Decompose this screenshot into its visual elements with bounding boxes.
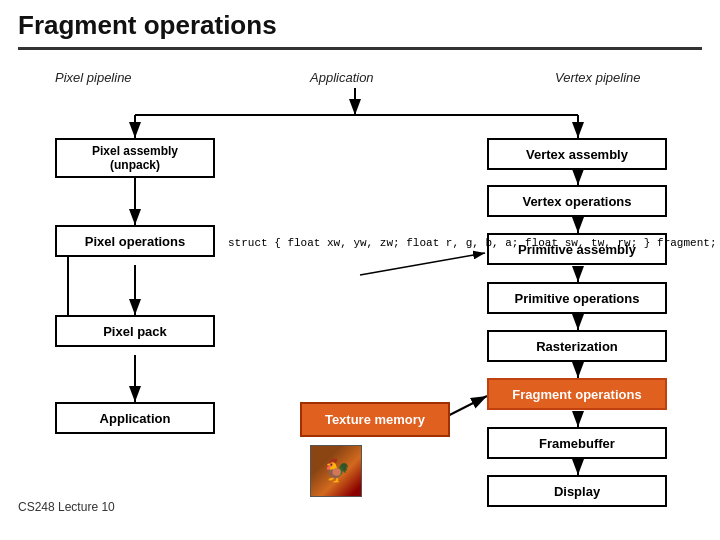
framebuffer-box: Framebuffer [487,427,667,459]
display-box: Display [487,475,667,507]
application-label: Application [310,70,374,85]
texture-memory-box: Texture memory [300,402,450,437]
vertex-pipeline-label: Vertex pipeline [555,70,641,85]
primitive-operations-box: Primitive operations [487,282,667,314]
page-title: Fragment operations [0,0,720,47]
rasterization-box: Rasterization [487,330,667,362]
pixel-assembly-box: Pixel assembly (unpack) [55,138,215,178]
diagram-area: Pixel pipeline Application Vertex pipeli… [0,60,720,520]
vertex-assembly-box: Vertex assembly [487,138,667,170]
code-block: struct { float xw, yw, zw; float r, g, b… [228,235,716,252]
fragment-operations-box: Fragment operations [487,378,667,410]
pixel-pipeline-label: Pixel pipeline [55,70,132,85]
pixel-pack-box: Pixel pack [55,315,215,347]
divider [18,47,702,50]
svg-line-21 [360,253,485,275]
pixel-operations-box: Pixel operations [55,225,215,257]
footer: CS248 Lecture 10 [18,500,115,514]
vertex-operations-box: Vertex operations [487,185,667,217]
chicken-image: 🐓 [310,445,362,497]
application-bottom-box: Application [55,402,215,434]
